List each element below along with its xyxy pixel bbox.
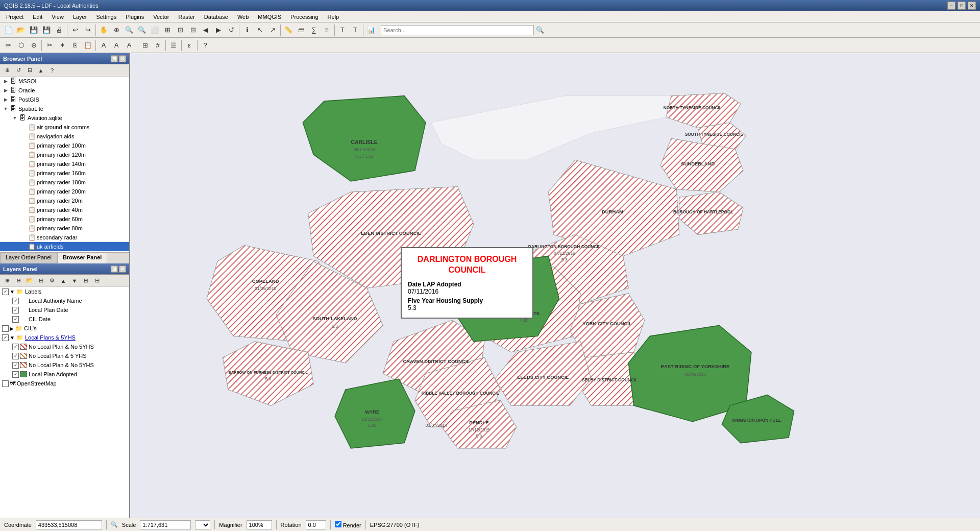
layers-up-btn[interactable]: ▲ xyxy=(58,276,68,285)
redo-btn[interactable]: ↪ xyxy=(82,24,94,36)
browser-add-btn[interactable]: ⊕ xyxy=(2,66,12,75)
no-local-no5yhs2-checkbox[interactable] xyxy=(12,362,19,369)
browser-item-radar60[interactable]: 📋 primary rader 60m xyxy=(0,214,129,224)
layer-no-local-no5yhs[interactable]: No Local Plan & No 5YHS xyxy=(0,342,129,351)
menu-settings[interactable]: Settings xyxy=(92,13,120,21)
browser-help-btn[interactable]: ? xyxy=(47,66,57,75)
print-btn[interactable]: 🖨 xyxy=(53,24,65,36)
new-project-btn[interactable]: 📄 xyxy=(2,24,14,36)
copy-feature-btn[interactable]: ⎘ xyxy=(69,39,81,52)
layer-labels-checkbox[interactable] xyxy=(2,288,9,295)
browser-item-radar120[interactable]: 📋 primary rader 120m xyxy=(0,150,129,159)
chart-btn[interactable]: 📊 xyxy=(365,24,377,36)
zoom-next-btn[interactable]: ▶ xyxy=(212,24,225,36)
browser-item-navaid[interactable]: 📋 navigation aids xyxy=(0,132,129,141)
browser-item-radar140[interactable]: 📋 primary rader 140m xyxy=(0,159,129,168)
browser-item-radar100[interactable]: 📋 primary rader 100m xyxy=(0,141,129,150)
menu-raster[interactable]: Raster xyxy=(174,13,199,21)
menu-mmqgis[interactable]: MMQGIS xyxy=(254,13,285,21)
browser-item-radar180[interactable]: 📋 primary rader 180m xyxy=(0,178,129,187)
cil-date-checkbox[interactable] xyxy=(12,316,19,323)
browser-item-aircomms[interactable]: 📋 air ground air comms xyxy=(0,123,129,132)
menu-plugins[interactable]: Plugins xyxy=(121,13,148,21)
zoom-full-btn[interactable]: ⊞ xyxy=(161,24,174,36)
browser-item-radar160[interactable]: 📋 primary rader 160m xyxy=(0,168,129,178)
field-calc-btn[interactable]: ☰ xyxy=(167,39,180,52)
pan-btn[interactable]: ✋ xyxy=(97,24,110,36)
stats-btn[interactable]: ≡ xyxy=(321,24,333,36)
calculator-btn[interactable]: ∑ xyxy=(308,24,320,36)
zoom-in-btn[interactable]: 🔍 xyxy=(123,24,135,36)
browser-panel-float-btn[interactable]: ⊞ xyxy=(111,55,118,62)
zoom-prev-btn[interactable]: ◀ xyxy=(200,24,212,36)
layer-authority-name[interactable]: Local Authority Name xyxy=(0,296,129,305)
snap-btn[interactable]: ⊞ xyxy=(139,39,151,52)
rubber-band-btn[interactable]: ⬜ xyxy=(149,24,161,36)
deselect-btn[interactable]: ↗ xyxy=(266,24,279,36)
scale-input[interactable] xyxy=(140,520,191,529)
zoom-out-btn[interactable]: 🔍 xyxy=(136,24,148,36)
browser-item-radar20[interactable]: 📋 primary rader 20m xyxy=(0,196,129,205)
browser-panel-close-btn[interactable]: ✕ xyxy=(119,55,126,62)
cils-checkbox[interactable] xyxy=(2,325,9,332)
coordinate-input[interactable] xyxy=(36,520,102,529)
paste-feature-btn[interactable]: 📋 xyxy=(82,39,94,52)
layers-down-btn[interactable]: ▼ xyxy=(69,276,80,285)
browser-item-radar80[interactable]: 📋 primary rader 80m xyxy=(0,224,129,233)
label3-tool-btn[interactable]: A xyxy=(123,39,135,52)
add-feature-btn[interactable]: ⊕ xyxy=(28,39,40,52)
layer-plan-date[interactable]: Local Plan Date xyxy=(0,305,129,315)
layer-no-local-no5yhs2[interactable]: No Local Plan & No 5YHS xyxy=(0,360,129,370)
label2-btn[interactable]: T xyxy=(349,24,361,36)
browser-refresh-btn[interactable]: ↺ xyxy=(13,66,23,75)
open-btn[interactable]: 📂 xyxy=(15,24,27,36)
layers-collapse-btn[interactable]: ⊟ xyxy=(92,276,102,285)
maximize-button[interactable]: □ xyxy=(958,2,966,10)
layers-settings-btn[interactable]: ⚙ xyxy=(47,276,57,285)
osm-checkbox[interactable] xyxy=(2,380,9,387)
local-plan-adopted-checkbox[interactable] xyxy=(12,371,19,378)
browser-item-aviation[interactable]: ▼ 🗄 Aviation.sqlite xyxy=(0,113,129,123)
layers-remove-btn[interactable]: ⊖ xyxy=(13,276,23,285)
label-tool-btn[interactable]: A xyxy=(97,39,110,52)
layer-labels-group[interactable]: ▼ 📁 Labels xyxy=(0,287,129,296)
pan-map-btn[interactable]: ⊕ xyxy=(110,24,122,36)
browser-item-uk-airfields[interactable]: 📋 uk airfields xyxy=(0,242,129,251)
zoom-selected-btn[interactable]: ⊟ xyxy=(187,24,199,36)
layer-local-plan-adopted[interactable]: Local Plan Adopted xyxy=(0,370,129,379)
layers-panel-close-btn[interactable]: ✕ xyxy=(119,266,126,273)
tab-browser[interactable]: Browser Panel xyxy=(57,253,107,263)
authority-name-checkbox[interactable] xyxy=(12,298,19,304)
search-btn[interactable]: 🔍 xyxy=(534,24,546,36)
menu-project[interactable]: Project xyxy=(2,13,28,21)
label-btn[interactable]: T xyxy=(336,24,349,36)
tab-layer-order[interactable]: Layer Order Panel xyxy=(0,253,57,263)
browser-item-oracle[interactable]: ▶ 🗄 Oracle xyxy=(0,86,129,95)
no-local-5yhs-checkbox[interactable] xyxy=(12,353,19,359)
expr-btn[interactable]: ε xyxy=(183,39,195,52)
node-tool-btn[interactable]: ⬡ xyxy=(15,39,27,52)
delete-feature-btn[interactable]: ✂ xyxy=(43,39,56,52)
layers-panel-float-btn[interactable]: ⊞ xyxy=(111,266,118,273)
menu-edit[interactable]: Edit xyxy=(29,13,46,21)
label2-tool-btn[interactable]: A xyxy=(110,39,122,52)
scale-select[interactable] xyxy=(195,520,210,529)
browser-item-spatialite[interactable]: ▼ 🗄 SpatiaLite xyxy=(0,104,129,113)
search-input[interactable] xyxy=(381,25,534,35)
no-local-no5yhs-checkbox[interactable] xyxy=(12,344,19,350)
browser-collapse-btn[interactable]: ▲ xyxy=(36,66,46,75)
save-as-btn[interactable]: 💾 xyxy=(40,24,53,36)
zoom-layer-btn[interactable]: ⊡ xyxy=(174,24,186,36)
menu-processing[interactable]: Processing xyxy=(286,13,322,21)
layer-osm[interactable]: 🗺 OpenStreetMap xyxy=(0,379,129,388)
layer-cil-date[interactable]: CIL Date xyxy=(0,315,129,324)
browser-item-radar200[interactable]: 📋 primary rader 200m xyxy=(0,187,129,196)
layers-add-btn[interactable]: ⊕ xyxy=(2,276,12,285)
browser-item-postgis[interactable]: ▶ 🗄 PostGIS xyxy=(0,95,129,104)
rotation-input[interactable] xyxy=(306,520,326,529)
browser-item-secondary-radar[interactable]: 📋 secondary radar xyxy=(0,233,129,242)
render-checkbox[interactable] xyxy=(335,521,341,527)
attribute-table-btn[interactable]: 🗃 xyxy=(295,24,307,36)
localplans-checkbox[interactable] xyxy=(2,334,9,341)
close-button[interactable]: ✕ xyxy=(968,2,976,10)
